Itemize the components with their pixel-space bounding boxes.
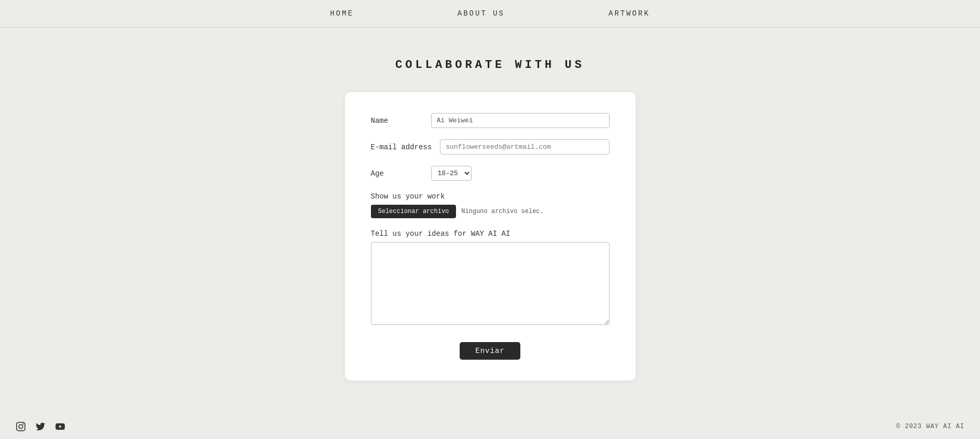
footer-copyright: © 2023 WAY AI AI [896,423,964,430]
nav-artwork[interactable]: ARTWORK [609,9,650,18]
nav-home[interactable]: HOME [330,9,354,18]
main-content: COLLABORATE WITH US Name E-mail address … [0,27,980,414]
file-select-button[interactable]: Seleccionar archivo [371,205,457,218]
main-nav: HOME ABOUT US ARTWORK [0,0,980,27]
age-group: Age 18-25 26-35 36-45 46-55 55+ [371,166,610,181]
file-upload-row: Seleccionar archivo Ninguno archivo sele… [371,205,610,218]
file-no-selected-text: Ninguno archivo selec. [461,208,543,215]
name-input[interactable] [431,113,610,128]
ideas-section: Tell us your ideas for WAY AI AI [371,230,610,328]
file-upload-section: Show us your work Seleccionar archivo Ni… [371,192,610,218]
email-label: E-mail address [371,143,432,151]
twitter-icon[interactable] [35,421,46,432]
nav-about-us[interactable]: ABOUT US [458,9,505,18]
age-label: Age [371,169,423,178]
footer-icons [16,421,65,432]
instagram-icon[interactable] [16,421,26,432]
ideas-textarea[interactable] [371,242,610,325]
page-title: COLLABORATE WITH US [395,59,585,72]
submit-button[interactable]: Enviar [460,342,520,360]
email-group: E-mail address [371,139,610,154]
name-label: Name [371,117,423,125]
ideas-label: Tell us your ideas for WAY AI AI [371,230,610,238]
footer: © 2023 WAY AI AI [0,414,980,439]
form-card: Name E-mail address Age 18-25 26-35 36-4… [345,92,636,380]
file-upload-label: Show us your work [371,192,610,201]
age-select[interactable]: 18-25 26-35 36-45 46-55 55+ [431,166,472,181]
email-input[interactable] [440,139,609,154]
submit-row: Enviar [371,342,610,360]
name-group: Name [371,113,610,128]
youtube-icon[interactable] [55,421,65,432]
